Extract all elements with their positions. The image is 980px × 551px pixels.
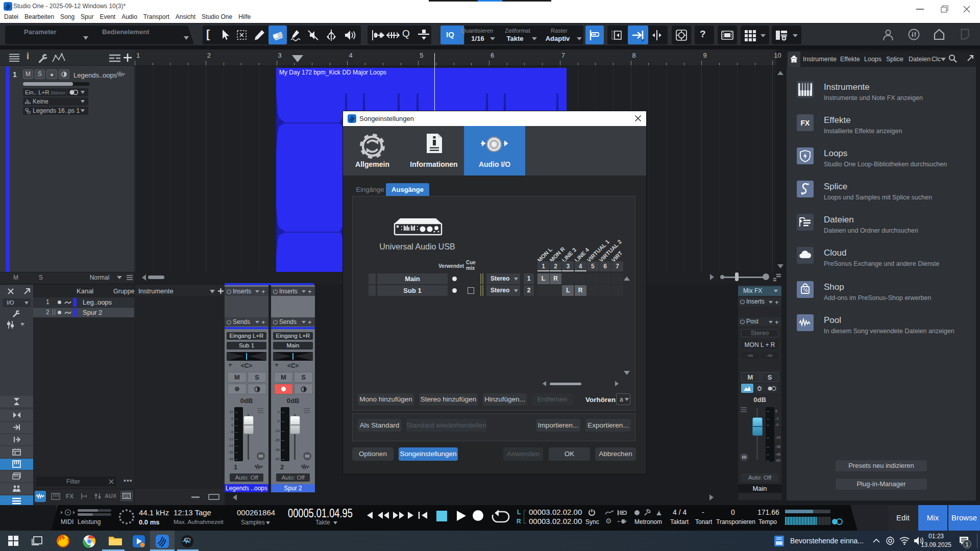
svg-text:FX: FX — [801, 119, 811, 127]
